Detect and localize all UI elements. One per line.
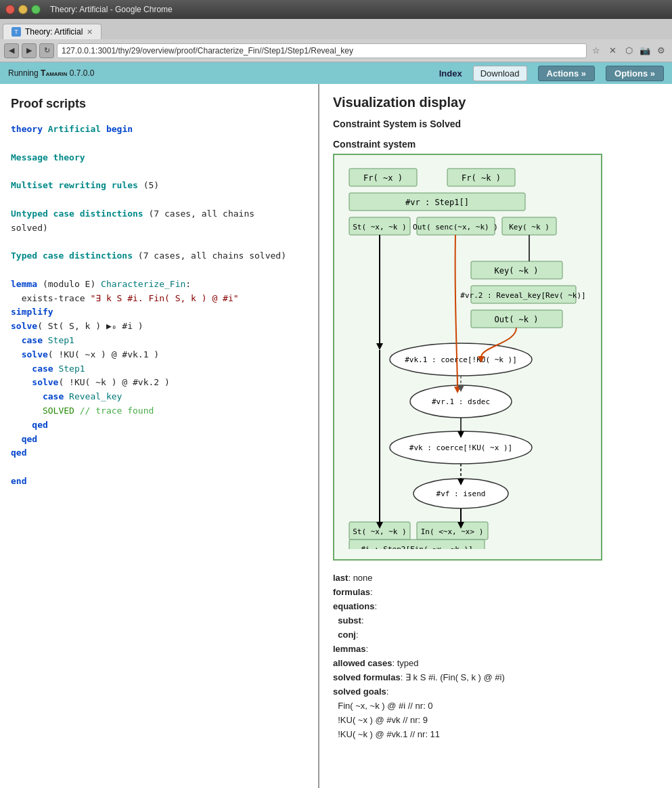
options-button[interactable]: Options » bbox=[606, 66, 664, 81]
svg-text:Out( senc(~x, ~k) ): Out( senc(~x, ~k) ) bbox=[413, 223, 498, 232]
code-line-12: solve( !KU( ~x ) @ #vk.1 ) bbox=[11, 348, 307, 362]
index-link[interactable]: Index bbox=[439, 68, 462, 79]
conj-row: conj: bbox=[333, 630, 658, 640]
viz-title: Visualization display bbox=[333, 95, 658, 110]
solved-formulas-row: solved formulas: ∃ k S #i. (Fin( S, k ) … bbox=[333, 672, 658, 682]
url-bar[interactable]: 127.0.0.1:3001/thy/29/overview/proof/Cha… bbox=[57, 43, 587, 58]
code-line-17: qed bbox=[11, 418, 307, 433]
code-line-blank2 bbox=[11, 165, 307, 179]
code-line-3: Multiset rewriting rules (5) bbox=[11, 179, 307, 193]
tab-bar: T Theory: Artificial ✕ bbox=[0, 19, 672, 39]
code-line-blank5 bbox=[11, 263, 307, 278]
goal1-text: Fin( ~x, ~k ) @ #i // nr: 0 bbox=[338, 701, 432, 711]
subst-row: subst: bbox=[333, 615, 658, 626]
app-toolbar: Running Tamarin 0.7.0.0 Index Download A… bbox=[0, 62, 672, 84]
goal3-text: !KU( ~k ) @ #vk.1 // nr: 11 bbox=[338, 729, 440, 739]
running-label: Running Tamarin 0.7.0.0 bbox=[8, 68, 94, 78]
svg-text:In( <~x, ~x> ): In( <~x, ~x> ) bbox=[421, 527, 484, 536]
main-area: Proof scripts theory Artificial begin Me… bbox=[0, 84, 672, 788]
constraint-system-label: Constraint system bbox=[333, 139, 658, 150]
code-line-6: Typed case distinctions (7 cases, all ch… bbox=[11, 249, 307, 263]
proof-script: theory Artificial begin Message theory M… bbox=[11, 123, 307, 489]
svg-text:Fr( ~k ): Fr( ~k ) bbox=[462, 173, 501, 183]
code-line-5: solved) bbox=[11, 221, 307, 236]
bookmark-icon[interactable]: ☆ bbox=[589, 44, 603, 58]
extension-icon2[interactable]: ⬡ bbox=[622, 44, 635, 58]
code-line-blank1 bbox=[11, 137, 307, 151]
code-line-16: SOLVED // trace found bbox=[11, 404, 307, 418]
code-line-13: case Step1 bbox=[11, 362, 307, 376]
reload-button[interactable]: ↻ bbox=[39, 43, 54, 58]
minimize-button[interactable] bbox=[18, 5, 28, 14]
forward-button[interactable]: ▶ bbox=[22, 43, 37, 58]
goal2-text: !KU( ~x ) @ #vk // nr: 9 bbox=[338, 715, 428, 725]
settings-icon[interactable]: ⚙ bbox=[654, 44, 668, 58]
code-line-15: case Reveal_key bbox=[11, 390, 307, 404]
svg-text:#vk.1 : coerce[!KU( ~k )]: #vk.1 : coerce[!KU( ~k )] bbox=[405, 355, 517, 364]
tamarin-label: Tamarin bbox=[41, 68, 67, 78]
goal2-row: !KU( ~x ) @ #vk // nr: 9 bbox=[333, 715, 658, 725]
address-bar: ◀ ▶ ↻ 127.0.0.1:3001/thy/29/overview/pro… bbox=[0, 39, 672, 62]
maximize-button[interactable] bbox=[31, 5, 41, 14]
solved-formulas-label: solved formulas bbox=[333, 672, 401, 682]
svg-text:#vk : coerce[!KU( ~x )]: #vk : coerce[!KU( ~x )] bbox=[409, 443, 512, 452]
solved-goals-label: solved goals bbox=[333, 686, 386, 697]
tab-label: Theory: Artificial bbox=[25, 27, 83, 37]
browser-tab[interactable]: T Theory: Artificial ✕ bbox=[3, 24, 102, 39]
code-line-blank3 bbox=[11, 193, 307, 207]
code-line-9: simplify bbox=[11, 305, 307, 320]
equations-label: equations bbox=[333, 601, 374, 611]
lemmas-label: lemmas bbox=[333, 644, 365, 654]
svg-text:Fr( ~x ): Fr( ~x ) bbox=[363, 173, 403, 183]
code-line-10: solve( St( S, k ) ▶₀ #i ) bbox=[11, 320, 307, 334]
window-controls bbox=[5, 5, 41, 14]
svg-text:#vf : isend: #vf : isend bbox=[436, 489, 486, 498]
code-line-7: lemma (modulo E) Characterize_Fin: bbox=[11, 278, 307, 292]
lemmas-row: lemmas: bbox=[333, 644, 658, 654]
solved-goals-row: solved goals: bbox=[333, 686, 658, 697]
window-titlebar: Theory: Artificial - Google Chrome bbox=[0, 0, 672, 19]
code-line-19: qed bbox=[11, 446, 307, 460]
svg-text:Key( ~k ): Key( ~k ) bbox=[509, 223, 550, 232]
constraint-diagram: Fr( ~x ) Fr( ~k ) #vr : Step1[] St( ~x, … bbox=[342, 163, 593, 549]
code-line-blank4 bbox=[11, 235, 307, 249]
equations-row: equations: bbox=[333, 601, 658, 611]
code-line-4: Untyped case distinctions (7 cases, all … bbox=[11, 207, 307, 221]
last-row: last: none bbox=[333, 573, 658, 583]
svg-text:#i : Step2[Fin( ~x, ~k )]: #i : Step2[Fin( ~x, ~k )] bbox=[361, 545, 473, 549]
allowed-cases-row: allowed cases: typed bbox=[333, 658, 658, 668]
left-panel-title: Proof scripts bbox=[11, 95, 307, 113]
close-button[interactable] bbox=[5, 5, 15, 14]
svg-marker-33 bbox=[376, 343, 383, 350]
last-label: last bbox=[333, 573, 348, 583]
tab-close-button[interactable]: ✕ bbox=[87, 28, 93, 37]
allowed-cases-label: allowed cases bbox=[333, 658, 392, 668]
code-line-20: end bbox=[11, 475, 307, 489]
goal3-row: !KU( ~k ) @ #vk.1 // nr: 11 bbox=[333, 729, 658, 739]
code-line-14: solve( !KU( ~k ) @ #vk.2 ) bbox=[11, 376, 307, 390]
subst-label: subst bbox=[338, 615, 361, 626]
diagram-container: Fr( ~x ) Fr( ~k ) #vr : Step1[] St( ~x, … bbox=[333, 154, 602, 561]
code-line-8: exists-trace "∃ k S #i. Fin( S, k ) @ #i… bbox=[11, 292, 307, 306]
formulas-label: formulas bbox=[333, 587, 370, 597]
solved-formulas-value: ∃ k S #i. (Fin( S, k ) @ #i) bbox=[405, 672, 505, 682]
actions-button[interactable]: Actions » bbox=[538, 66, 596, 81]
svg-text:#vr.1 : dsdec: #vr.1 : dsdec bbox=[432, 397, 490, 406]
formulas-row: formulas: bbox=[333, 587, 658, 597]
code-line-1: theory Artificial begin bbox=[11, 123, 307, 137]
svg-text:Out( ~k ): Out( ~k ) bbox=[494, 315, 538, 324]
code-line-blank6 bbox=[11, 460, 307, 475]
code-line-18: qed bbox=[11, 433, 307, 447]
download-button[interactable]: Download bbox=[473, 66, 527, 81]
version-label: 0.7.0.0 bbox=[70, 68, 95, 78]
window-title: Theory: Artificial - Google Chrome bbox=[50, 5, 173, 14]
svg-text:#vr : Step1[]: #vr : Step1[] bbox=[405, 198, 469, 207]
conj-label: conj bbox=[338, 630, 356, 640]
extension-icon1[interactable]: ✕ bbox=[606, 44, 619, 58]
extension-icon3[interactable]: 📷 bbox=[638, 44, 652, 58]
svg-text:St( ~x, ~k ): St( ~x, ~k ) bbox=[353, 223, 406, 232]
code-line-11: case Step1 bbox=[11, 334, 307, 348]
address-icons: ☆ ✕ ⬡ 📷 ⚙ bbox=[589, 44, 668, 58]
constraint-solved-label: Constraint System is Solved bbox=[333, 118, 658, 129]
back-button[interactable]: ◀ bbox=[4, 43, 19, 58]
